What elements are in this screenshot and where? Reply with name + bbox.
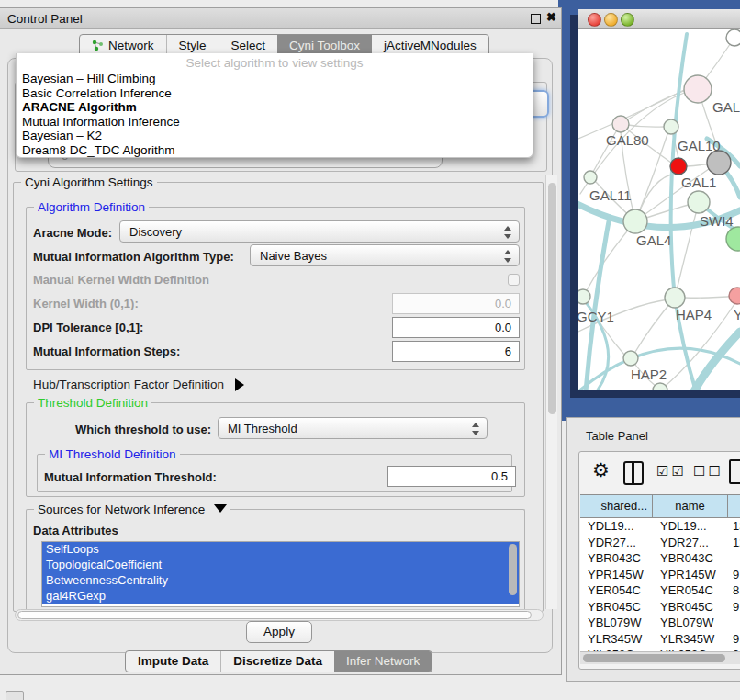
network-node[interactable] [684,75,712,103]
table-cell: YPR145W [580,567,653,583]
network-node[interactable] [584,171,597,184]
table-header-row: shared... name [580,494,740,518]
column-header-partial[interactable] [728,495,740,517]
algorithm-dropdown-list[interactable]: Select algorithm to view settings Bayesi… [16,53,533,158]
mi-steps-input[interactable]: 6 [392,341,520,362]
network-node[interactable] [665,288,685,308]
table-row[interactable]: YLR345WYLR345W9. [580,631,740,648]
export-table-icon[interactable] [729,459,740,484]
network-node[interactable] [623,209,647,233]
network-node[interactable] [623,351,638,366]
table-cell: YLR345W [580,631,653,648]
tab-impute-data[interactable]: Impute Data [126,651,220,672]
network-node[interactable] [726,227,740,251]
settings-horizontal-scrollbar[interactable] [15,609,544,621]
tab-infer-network[interactable]: Infer Network [334,651,432,672]
expand-arrow-icon [235,378,244,391]
data-attribute-item[interactable]: SelfLoops [42,542,519,558]
table-row[interactable]: YDL19...YDL19...13 [580,518,740,535]
which-threshold-combo[interactable]: MI Threshold [218,417,488,439]
float-window-icon[interactable] [531,14,541,24]
table-row[interactable]: YBL079WYBL079W [580,615,740,631]
network-node[interactable] [729,288,740,304]
table-cell [728,615,740,631]
table-cell: YDL19... [580,518,653,535]
column-header-name[interactable]: name [653,495,728,517]
node-label: GAL80 [606,132,649,148]
network-window-titlebar[interactable] [578,9,740,29]
settings-hscroll-thumb[interactable] [17,611,532,619]
data-attribute-items: SelfLoopsTopologicalCoefficientBetweenne… [42,542,519,604]
group-legend: Threshold Definition [34,396,151,410]
network-node[interactable] [726,29,740,46]
select-all-checkboxes-icon[interactable]: ☑☑ [656,463,687,480]
list-vertical-scrollbar[interactable] [509,544,517,595]
network-canvas[interactable]: GALGAL80GAL10GAL1GAL11GAL4SWI4GCY1HAP4YH… [578,29,740,390]
control-panel-titlebar[interactable]: Control Panel ✖ [0,8,561,29]
table-row[interactable]: YPR145WYPR145W9. [580,567,740,583]
algorithm-option[interactable]: ARACNE Algorithm [17,100,533,115]
taskbar-partial-icon[interactable] [6,691,24,700]
mi-algorithm-type-combo[interactable]: Naive Bayes [250,244,520,266]
gear-icon[interactable]: ⚙ [592,459,610,481]
algorithm-option[interactable]: Bayesian – K2 [17,129,533,143]
table-cell: 9. [728,631,740,648]
settings-vertical-scrollbar[interactable] [545,175,557,609]
close-traffic-light-icon[interactable] [588,13,601,27]
network-node[interactable] [688,191,710,213]
table-cell: 9. [728,567,740,583]
table-row[interactable]: YDR27...YDR27...12 [580,535,740,551]
sources-legend[interactable]: Sources for Network Inference [34,502,230,516]
algorithm-option[interactable]: Basic Correlation Inference [17,86,533,101]
table-cell: YBL079W [653,615,728,631]
data-attribute-item[interactable]: gal4RGexp [42,589,519,604]
node-label: GAL4 [636,232,671,248]
algorithm-option[interactable]: Bayesian – Hill Climbing [17,72,533,86]
network-node[interactable] [653,383,667,390]
manual-kernel-width-checkbox[interactable] [508,274,520,286]
table-cell: YBR045C [580,599,653,615]
network-node[interactable] [612,116,629,132]
aracne-mode-combo[interactable]: Discovery [119,220,520,243]
dpi-tolerance-input[interactable]: 0.0 [392,317,520,338]
combo-value: MI Threshold [228,422,297,435]
minimize-traffic-light-icon[interactable] [604,13,618,27]
stepper-arrows-icon [471,422,479,436]
network-node[interactable] [664,119,678,134]
hub-definition-toggle[interactable]: Hub/Transcription Factor Definition [33,378,244,391]
table-horizontal-scrollbar[interactable] [580,651,740,664]
network-node[interactable] [578,289,590,304]
table-hscroll-thumb[interactable] [583,654,725,662]
group-legend: MI Threshold Definition [45,447,180,461]
algorithm-option[interactable]: Mutual Information Inference [17,115,533,130]
table-cell: YER054C [580,582,653,599]
node-label: HAP2 [631,367,667,382]
mi-steps-label: Mutual Information Steps: [33,344,180,358]
network-node[interactable] [670,158,687,175]
close-icon[interactable]: ✖ [546,10,556,24]
table-row[interactable]: YER054CYER054C8. [580,582,740,599]
table-cell: YPR145W [653,567,728,583]
settings-vscroll-thumb[interactable] [548,183,556,414]
data-attribute-item[interactable]: BetweennessCentrality [42,573,519,589]
combo-value: Naive Bayes [260,249,327,263]
kernel-width-input[interactable]: 0.0 [392,293,520,314]
column-header-shared-name[interactable]: shared... [580,495,653,517]
tab-discretize-data[interactable]: Discretize Data [220,651,334,672]
table-row[interactable]: YBR045CYBR045C9. [580,599,740,615]
table-cell: YER054C [653,582,728,599]
apply-button[interactable]: Apply [246,621,312,643]
mi-threshold-input[interactable]: 0.5 [387,466,516,487]
zoom-traffic-light-icon[interactable] [621,13,634,27]
network-view-window[interactable]: GALGAL80GAL10GAL1GAL11GAL4SWI4GCY1HAP4YH… [578,9,740,390]
aracne-mode-label: Aracne Mode: [33,226,112,240]
unselect-all-checkboxes-icon[interactable]: ☐☐ [693,463,723,480]
data-attributes-label: Data Attributes [33,524,118,537]
data-attributes-list[interactable]: SelfLoopsTopologicalCoefficientBetweenne… [41,541,520,607]
network-node[interactable] [707,151,731,175]
table-row[interactable]: YBR043CYBR043C [580,550,740,567]
algorithm-option[interactable]: Dream8 DC_TDC Algorithm [17,143,533,158]
data-attribute-item[interactable]: TopologicalCoefficient [42,558,519,573]
dpi-tolerance-label: DPI Tolerance [0,1]: [33,321,143,334]
split-pane-icon[interactable] [623,461,644,485]
